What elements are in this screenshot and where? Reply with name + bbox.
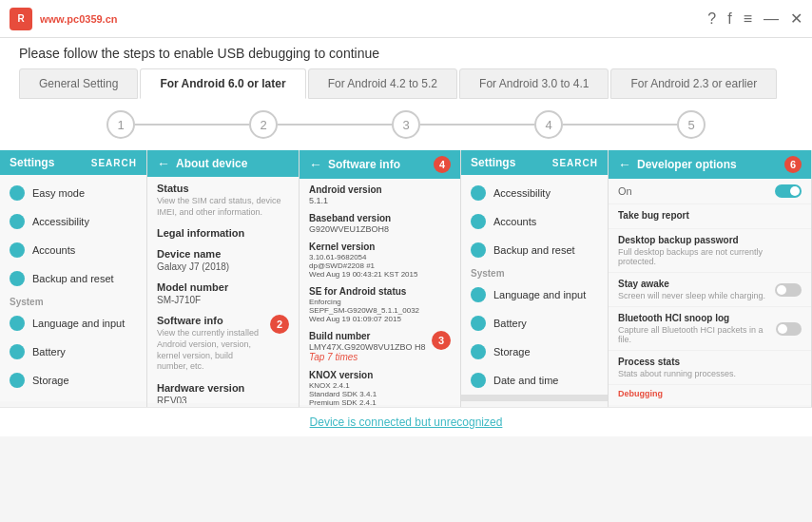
hardware-title: Hardware version (157, 382, 289, 394)
legal-title: Legal information (157, 227, 289, 239)
battery-label: Battery (32, 346, 66, 358)
settings2-panel-body: Accessibility Accounts Backup and reset … (461, 175, 608, 401)
help-icon[interactable]: ? (707, 10, 716, 28)
battery-icon (10, 344, 25, 359)
menu2-language[interactable]: Language and input (461, 280, 608, 309)
step-line-3 (420, 124, 534, 126)
baseband-title: Baseband version (309, 213, 451, 223)
date2-label: Date and time (493, 375, 558, 386)
backup-icon (10, 271, 25, 286)
se-title: SE for Android status (309, 286, 451, 297)
dev-on-label: On (618, 185, 632, 197)
menu2-storage[interactable]: Storage (461, 338, 608, 366)
software-badge: 2 (270, 315, 289, 334)
about-panel-body: Status View the SIM card status, device … (147, 177, 299, 403)
facebook-icon[interactable]: f (727, 10, 731, 28)
easy-mode-label: Easy mode (32, 187, 85, 199)
steps: 1 2 3 4 5 (19, 110, 793, 139)
menu-icon[interactable]: ≡ (744, 10, 752, 28)
menu2-battery[interactable]: Battery (461, 309, 608, 338)
accessibility2-label: Accessibility (493, 187, 551, 199)
baseband-version: Baseband version G920WVEU1ZBOH8 (300, 213, 460, 234)
language2-label: Language and input (493, 289, 586, 300)
menu-easy-mode[interactable]: Easy mode (0, 179, 146, 207)
menu-date[interactable]: Date and time (0, 395, 146, 401)
developer-panel: ← Developer options 6 On Take bug report… (609, 150, 812, 407)
step-line-1 (135, 124, 249, 126)
tab-android-3[interactable]: For Android 3.0 to 4.1 (459, 68, 609, 99)
settings-panel-header: Settings SEARCH (0, 150, 146, 175)
dev-backup-password[interactable]: Desktop backup password Full desktop bac… (609, 229, 811, 273)
status-title: Status (157, 183, 289, 194)
menu-backup[interactable]: Backup and reset (0, 264, 146, 293)
dev-stay-awake[interactable]: Stay awake Screen will never sleep while… (609, 273, 811, 307)
footer-status[interactable]: Device is connected but unrecognized (0, 407, 812, 436)
header: Please follow the steps to enable USB de… (0, 38, 812, 99)
baseband-value: G920WVEU1ZBOH8 (309, 224, 451, 234)
menu2-accounts[interactable]: Accounts (461, 207, 608, 236)
language2-icon (471, 287, 486, 302)
menu-language[interactable]: Language and input (0, 309, 146, 338)
tab-general-setting[interactable]: General Setting (19, 68, 138, 99)
tab-android-2[interactable]: For Android 2.3 or earlier (610, 68, 777, 99)
build-number[interactable]: Build number LMY47X.G920W8VU1ZBO H8 Tap … (300, 331, 460, 362)
settings-search[interactable]: SEARCH (91, 158, 137, 168)
dev-panel-badge: 6 (784, 156, 802, 173)
bt-hci-desc: Capture all Bluetooth HCI packets in a f… (618, 325, 776, 344)
knox-value: KNOX 2.4.1 Standard SDK 3.4.1 Premium SD… (309, 381, 451, 405)
storage-label: Storage (32, 375, 69, 386)
tab-android-4[interactable]: For Android 4.2 to 5.2 (308, 68, 457, 99)
build-badge: 3 (432, 331, 451, 350)
android-version: Android version 5.1.1 (300, 184, 460, 205)
menu2-date[interactable]: Date and time (461, 366, 608, 395)
storage-icon (10, 373, 25, 388)
menu2-backup[interactable]: Backup and reset (461, 236, 608, 264)
android-version-value: 5.1.1 (309, 196, 451, 205)
dev-bt-hci[interactable]: Bluetooth HCI snoop log Capture all Blue… (609, 307, 811, 351)
backup-label: Backup and reset (32, 273, 114, 284)
title-bar-right: ? f ≡ — ✕ (707, 10, 802, 28)
kernel-value: 3.10.61-9682054 dp@SWD#2208 #1 Wed Aug 1… (309, 253, 451, 279)
settings2-title: Settings (471, 156, 515, 169)
step-3: 3 (392, 110, 420, 139)
step-4: 4 (534, 110, 563, 139)
menu-storage[interactable]: Storage (0, 366, 146, 395)
menu-battery[interactable]: Battery (0, 338, 146, 366)
settings2-search[interactable]: SEARCH (552, 158, 598, 168)
settings2-panel-header: Settings SEARCH (461, 150, 608, 175)
about-device-name: Device name Galaxy J7 (2018) (157, 248, 289, 272)
dev-panel-title: Developer options (637, 158, 737, 171)
menu-accessibility[interactable]: Accessibility (0, 207, 146, 236)
about-panel-header: ← About device (147, 150, 299, 177)
tab-android-6[interactable]: For Android 6.0 or later (140, 68, 305, 99)
device-name-title: Device name (157, 248, 289, 260)
dev-back-arrow: ← (618, 157, 631, 172)
settings-title: Settings (10, 156, 54, 169)
dev-usb-debugging[interactable]: USB debugging 7 Debug mode when USB is c… (609, 400, 811, 405)
software-title: Software info (157, 315, 266, 326)
dev-on-toggle[interactable] (775, 184, 802, 198)
dev-on-row: On (609, 179, 811, 204)
accounts-icon (10, 242, 25, 258)
accessibility-label: Accessibility (32, 216, 89, 227)
stay-awake-toggle[interactable] (775, 283, 802, 297)
menu-accounts[interactable]: Accounts (0, 236, 146, 264)
about-status: Status View the SIM card status, device … (157, 183, 289, 218)
debugging-label: Debugging (609, 385, 811, 400)
title-bar: R www.pc0359.cn ? f ≡ — ✕ (0, 0, 812, 38)
accounts-label: Accounts (32, 244, 75, 256)
se-value: Enforcing SEPF_SM-G920W8_5.1.1_0032 Wed … (309, 298, 451, 323)
bt-hci-toggle[interactable] (776, 322, 802, 336)
software-panel: ← Software info 4 Android version 5.1.1 … (300, 150, 461, 407)
close-icon[interactable]: ✕ (790, 10, 802, 28)
dev-bug-report[interactable]: Take bug report (609, 204, 811, 229)
settings-panel: Settings SEARCH Easy mode Accessibility … (0, 150, 147, 407)
menu2-developer[interactable]: Developer options 5 (461, 395, 608, 401)
menu2-accessibility[interactable]: Accessibility (461, 179, 608, 207)
step-line-4 (563, 124, 677, 126)
step-line-2 (278, 124, 392, 126)
about-software[interactable]: Software info View the currently install… (157, 315, 289, 373)
dev-process-stats[interactable]: Process stats Stats about running proces… (609, 351, 811, 385)
minimize-icon[interactable]: — (764, 10, 779, 28)
knox-version: KNOX version KNOX 2.4.1 Standard SDK 3.4… (300, 370, 460, 405)
